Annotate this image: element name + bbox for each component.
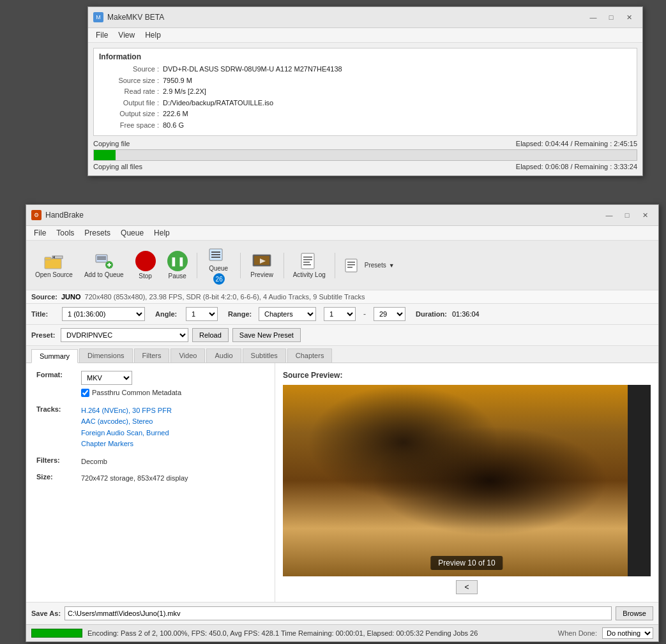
makemkv-source-value: DVD+R-DL ASUS SDRW-08U9M-U A112 M27N7HE4…	[163, 64, 342, 75]
open-source-label: Open Source	[35, 271, 73, 278]
open-source-icon	[43, 252, 64, 270]
queue-label: Queue	[209, 265, 228, 272]
stop-icon	[135, 251, 156, 271]
hb-menu-queue[interactable]: Queue	[116, 227, 149, 239]
svg-rect-1	[45, 257, 51, 260]
makemkv-maximize-btn[interactable]: □	[603, 11, 619, 24]
size-key: Size:	[36, 473, 81, 481]
makemkv-menubar: File View Help	[88, 28, 642, 43]
activity-log-icon	[299, 252, 319, 270]
when-done-select[interactable]: Do nothing	[602, 627, 653, 639]
add-to-queue-button[interactable]: Add to Queue	[79, 250, 129, 281]
preview-image-container: Preview 10 of 10	[283, 385, 651, 576]
size-value: 720x472 storage, 853x472 display	[81, 473, 188, 484]
source-name: JUNO	[61, 293, 81, 301]
svg-rect-18	[303, 259, 312, 260]
hb-menu-tools[interactable]: Tools	[51, 227, 79, 239]
title-select[interactable]: 1 (01:36:00)	[62, 307, 145, 321]
hb-menu-file[interactable]: File	[29, 227, 51, 239]
passthru-label: Passthru Common Metadata	[92, 387, 181, 399]
preview-label: Preview	[250, 271, 273, 278]
makemkv-outputsize-value: 222.6 M	[163, 109, 188, 120]
handbrake-close-btn[interactable]: ✕	[637, 209, 653, 221]
angle-select[interactable]: 1	[186, 307, 218, 321]
tracks-key: Tracks:	[36, 405, 81, 413]
activity-log-button[interactable]: Activity Log	[288, 250, 331, 281]
handbrake-minimize-btn[interactable]: —	[601, 209, 617, 221]
makemkv-readrate-row: Read rate : 2.9 M/s [2.2X]	[99, 86, 632, 98]
preview-prev-button[interactable]: <	[456, 580, 477, 594]
preview-panel: Source Preview: Preview 10 of 10 <	[275, 363, 658, 602]
hb-menu-presets[interactable]: Presets	[79, 227, 116, 239]
makemkv-copy-all-elapsed: Elapsed: 0:06:08 / Remaining : 3:33:24	[516, 163, 637, 170]
tab-summary[interactable]: Summary	[31, 349, 78, 363]
preview-icon	[252, 252, 272, 270]
makemkv-size-label: Source size :	[99, 75, 163, 87]
makemkv-menu-file[interactable]: File	[91, 29, 113, 41]
source-label: Source:	[31, 293, 57, 301]
track-3: Foreign Audio Scan, Burned	[81, 428, 172, 439]
handbrake-icon: ⚙	[31, 210, 42, 220]
handbrake-statusbar: Encoding: Pass 2 of 2, 100.00%, FPS: 450…	[26, 624, 658, 641]
svg-rect-21	[345, 259, 357, 272]
angle-label: Angle:	[155, 310, 181, 318]
makemkv-menu-view[interactable]: View	[113, 29, 140, 41]
makemkv-menu-help[interactable]: Help	[140, 29, 166, 41]
handbrake-titlebar: ⚙ HandBrake — □ ✕	[26, 205, 658, 226]
preview-nav: <	[283, 580, 651, 594]
tab-chapters[interactable]: Chapters	[287, 348, 333, 363]
tab-filters[interactable]: Filters	[134, 348, 170, 363]
makemkv-progress-bar-container	[93, 149, 637, 161]
makemkv-outputfile-value: D:/Video/backup/RATATOUILLE.iso	[163, 98, 273, 109]
svg-rect-17	[303, 257, 312, 258]
preview-button[interactable]: Preview	[245, 250, 280, 281]
duration-label: Duration:	[416, 310, 447, 318]
handbrake-tabs: Summary Dimensions Filters Video Audio S…	[26, 346, 658, 363]
open-source-button[interactable]: Open Source	[30, 250, 78, 281]
handbrake-maximize-btn[interactable]: □	[619, 209, 635, 221]
add-to-queue-icon	[94, 252, 114, 270]
svg-rect-24	[347, 267, 352, 268]
save-new-preset-button[interactable]: Save New Preset	[232, 328, 301, 342]
handbrake-toolbar: Open Source Add to Queue Stop	[26, 241, 658, 290]
stop-button[interactable]: Stop	[130, 248, 161, 282]
when-done-label: When Done:	[558, 629, 597, 637]
chapter-start-select[interactable]: 1	[324, 307, 356, 321]
stop-label: Stop	[139, 273, 152, 280]
tab-audio[interactable]: Audio	[206, 348, 241, 363]
track-2: AAC (avcodec), Stereo	[81, 416, 172, 428]
makemkv-close-btn[interactable]: ✕	[621, 11, 637, 24]
handbrake-title: HandBrake	[45, 211, 84, 220]
tab-video[interactable]: Video	[170, 348, 205, 363]
svg-rect-22	[347, 262, 355, 263]
makemkv-readrate-label: Read rate :	[99, 86, 163, 98]
svg-rect-20	[303, 264, 311, 266]
makemkv-elapsed-remaining: Elapsed: 0:04:44 / Remaining : 2:45:15	[516, 140, 637, 147]
makemkv-titlebar: M MakeMKV BETA — □ ✕	[88, 7, 642, 28]
makemkv-freespace-label: Free space :	[99, 120, 163, 131]
format-key: Format:	[36, 371, 81, 378]
saveas-input[interactable]	[64, 606, 612, 620]
presets-button[interactable]: Presets ▼	[339, 254, 400, 277]
tab-subtitles[interactable]: Subtitles	[243, 348, 286, 363]
preset-select[interactable]: DVDRIPNVEC	[61, 328, 188, 342]
passthru-checkbox[interactable]	[81, 389, 89, 397]
queue-button[interactable]: Queue 26	[201, 243, 236, 287]
makemkv-minimize-btn[interactable]: —	[585, 11, 602, 24]
makemkv-progress-section: Copying file Elapsed: 0:04:44 / Remainin…	[93, 140, 637, 170]
hb-menu-help[interactable]: Help	[149, 227, 175, 239]
tab-dimensions[interactable]: Dimensions	[79, 348, 132, 363]
browse-button[interactable]: Browse	[616, 606, 653, 620]
reload-button[interactable]: Reload	[192, 328, 229, 342]
svg-rect-5	[97, 258, 106, 260]
makemkv-copy-status: Copying all files Elapsed: 0:06:08 / Rem…	[93, 163, 637, 170]
makemkv-title: MakeMKV BETA	[107, 13, 164, 22]
range-select[interactable]: Chapters	[259, 307, 316, 321]
filters-key: Filters:	[36, 456, 81, 464]
makemkv-progress-bar-fill	[94, 150, 116, 160]
range-label: Range:	[228, 310, 254, 318]
pause-button[interactable]: ❚❚ Pause	[162, 248, 193, 282]
chapter-end-select[interactable]: 29	[374, 307, 405, 321]
format-select[interactable]: MKV	[81, 371, 132, 385]
makemkv-size-row: Source size : 7950.9 M	[99, 75, 632, 87]
